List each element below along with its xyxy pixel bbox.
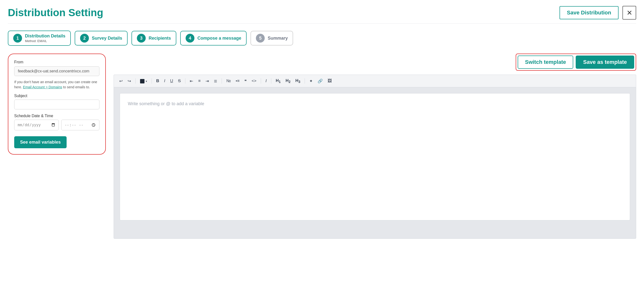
step-3[interactable]: 3 Recipients [132, 31, 176, 45]
step-3-number: 3 [137, 34, 146, 42]
toolbar-divider-5 [261, 78, 261, 84]
switch-template-button[interactable]: Switch template [518, 55, 573, 69]
color-swatch [140, 79, 144, 83]
header: Distribution Setting Save Distribution ✕ [8, 6, 636, 24]
bold-button[interactable]: B [155, 77, 161, 84]
from-label: From [14, 60, 100, 64]
right-panel: Switch template Save as template ↩ ↪ ▾ B… [114, 53, 636, 239]
time-input[interactable] [61, 120, 100, 130]
info-text: If you don't have an email account, you … [14, 79, 100, 90]
toolbar-divider-4 [222, 78, 222, 84]
step-4-label: Compose a message [197, 36, 241, 41]
step-1-label: Distribution Details [25, 33, 66, 39]
align-center-button[interactable]: ≡ [197, 77, 202, 84]
h2-button[interactable]: H2 [284, 77, 292, 85]
code-button[interactable]: <> [250, 77, 258, 84]
step-1[interactable]: 1 Distribution Details Method: EMAIL [8, 30, 71, 46]
align-justify-button[interactable]: ≣ [212, 77, 219, 85]
link-button[interactable]: 🔗 [316, 77, 324, 85]
steps-bar: 1 Distribution Details Method: EMAIL 2 S… [8, 30, 636, 46]
editor-inner[interactable]: Write something or @ to add a variable [120, 93, 630, 220]
email-account-link[interactable]: Email Account > Domains [23, 85, 62, 89]
align-right-button[interactable]: ⇥ [204, 77, 210, 85]
h1-button[interactable]: H1 [274, 77, 282, 85]
image-button[interactable]: 🖼 [326, 77, 333, 84]
step-5[interactable]: 5 Summary [250, 31, 293, 45]
see-email-variables-button[interactable]: See email variables [14, 136, 66, 148]
page-wrapper: Distribution Setting Save Distribution ✕… [0, 0, 644, 296]
editor-toolbar: ↩ ↪ ▾ B I U S ⇤ ≡ ⇥ ≣ № •≡ ❝ [114, 75, 636, 87]
step-5-label: Summary [268, 36, 288, 41]
save-distribution-button[interactable]: Save Distribution [560, 6, 618, 19]
toolbar-divider-2 [152, 78, 152, 84]
header-actions: Save Distribution ✕ [560, 6, 636, 19]
step-2-label: Survey Details [92, 36, 122, 41]
step-2[interactable]: 2 Survey Details [75, 31, 128, 45]
toolbar-divider-6 [271, 78, 271, 84]
close-button[interactable]: ✕ [622, 6, 636, 19]
template-actions-wrapper: Switch template Save as template [516, 53, 636, 71]
step-4-number: 4 [186, 34, 194, 42]
editor-placeholder: Write something or @ to add a variable [128, 101, 622, 106]
step-1-number: 1 [13, 34, 22, 42]
step-1-sub: Method: EMAIL [25, 39, 66, 43]
step-4[interactable]: 4 Compose a message [180, 31, 246, 45]
unordered-list-button[interactable]: •≡ [234, 77, 241, 84]
schedule-inputs [14, 120, 100, 130]
left-panel: From feedback@cx-uat.send.concentrixcx.c… [8, 53, 106, 155]
subject-label: Subject [14, 94, 100, 98]
step-5-number: 5 [256, 34, 265, 42]
h3-button[interactable]: H3 [294, 77, 302, 85]
undo-button[interactable]: ↩ [118, 77, 124, 85]
info-text-after: to send emails to. [63, 85, 90, 89]
redo-button[interactable]: ↪ [126, 77, 132, 85]
editor-area[interactable]: Write something or @ to add a variable [114, 87, 636, 239]
underline-button[interactable]: U [169, 77, 174, 84]
special-button[interactable]: ✦ [308, 77, 314, 85]
save-as-template-button[interactable]: Save as template [576, 55, 634, 69]
step-2-number: 2 [80, 34, 89, 42]
blockquote-button[interactable]: ❝ [243, 77, 248, 85]
clear-format-button[interactable]: I [264, 77, 268, 84]
date-input[interactable] [14, 120, 59, 130]
main-content: From feedback@cx-uat.send.concentrixcx.c… [8, 53, 636, 239]
toolbar-divider-3 [185, 78, 185, 84]
page-title: Distribution Setting [8, 7, 103, 18]
step-3-label: Recipients [149, 36, 171, 41]
align-left-button[interactable]: ⇤ [188, 77, 195, 85]
italic-button[interactable]: I [162, 77, 167, 84]
toolbar-divider-7 [304, 78, 305, 84]
step-1-info: Distribution Details Method: EMAIL [25, 33, 66, 43]
schedule-label: Schedule Date & Time [14, 114, 100, 118]
ordered-list-button[interactable]: № [225, 77, 232, 84]
subject-input[interactable] [14, 100, 100, 109]
strikethrough-button[interactable]: S [176, 77, 182, 84]
color-underline: ▾ [146, 80, 147, 83]
toolbar-divider-1 [136, 78, 136, 84]
color-button[interactable]: ▾ [138, 77, 149, 84]
from-value: feedback@cx-uat.send.concentrixcx.com [14, 66, 100, 76]
